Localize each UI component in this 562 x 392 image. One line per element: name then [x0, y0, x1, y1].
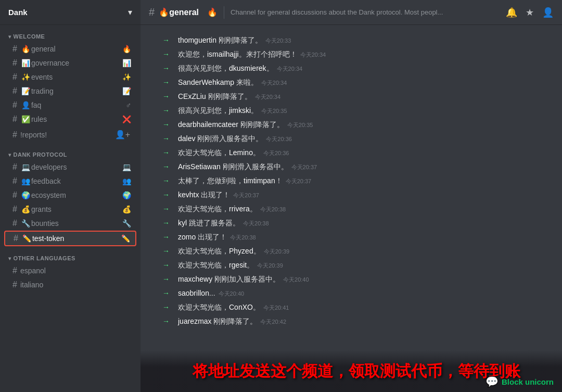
message-content: juarezmax 刚刚降落了。今天20:42	[178, 315, 286, 327]
message-pre-text: 太棒了，您做到啦，	[178, 176, 244, 185]
message-content: 欢迎大驾光临，rrivera。今天20:38	[178, 203, 286, 215]
channel-item-grants[interactable]: #💰grants💰	[4, 203, 136, 216]
message-item: →欢迎大驾光临，ConXO。今天20:41	[140, 300, 562, 314]
hash-icon: #	[14, 234, 18, 243]
message-username[interactable]: rgesit	[229, 261, 247, 269]
message-post-text: 跳进了服务器。	[187, 219, 240, 227]
message-post-text: 。来打个招呼吧！	[239, 50, 297, 58]
channel-item-rules[interactable]: #✅rules❌	[4, 112, 136, 126]
channel-name-label: grants	[31, 205, 121, 213]
join-arrow-icon: →	[149, 34, 170, 46]
message-item: →dearbhailemcateer 刚刚降落了。今天20:35	[140, 118, 562, 132]
channel-item-test-token[interactable]: #✏️test-token✏️	[4, 231, 136, 246]
message-username[interactable]: kyl	[178, 219, 187, 227]
hash-icon: #	[149, 6, 155, 18]
message-username[interactable]: dkusmierek	[229, 64, 266, 72]
message-content: 欢迎大驾光临，ConXO。今天20:41	[178, 301, 289, 313]
message-post-text: 。	[247, 261, 254, 269]
message-username[interactable]: zomo	[178, 233, 196, 241]
message-item: →很高兴见到您，dkusmierek。今天20:34	[140, 61, 562, 75]
message-username[interactable]: thomguertin	[178, 36, 216, 44]
channel-suffix-emoji: ✏️	[121, 234, 130, 243]
channel-item-events[interactable]: #✨events✨	[4, 70, 136, 84]
message-username[interactable]: CExZLiu	[178, 92, 206, 100]
channel-item-italiano[interactable]: #italiano	[4, 278, 136, 292]
channel-name-label: italiano	[20, 281, 132, 289]
message-username[interactable]: ArisSetiawan	[178, 162, 221, 171]
channel-item-general[interactable]: #🔥general🔥	[4, 42, 136, 56]
message-post-text: 。	[251, 106, 258, 115]
channel-item-espanol[interactable]: #espanol	[4, 264, 136, 277]
channel-item-faq[interactable]: #👤faq♂	[4, 98, 136, 112]
message-pre-text: 欢迎大驾光临，	[178, 261, 229, 269]
channel-suffix-emoji: 🌍	[122, 191, 131, 199]
channel-item-trading[interactable]: #📝trading📝	[4, 84, 136, 98]
message-post-text: 。	[266, 64, 274, 72]
message-username[interactable]: kevhtx	[178, 191, 199, 199]
message-username[interactable]: timtimpan	[244, 176, 275, 185]
header-divider	[224, 6, 224, 19]
channel-header: # 🔥 general 🔥 Channel for general discus…	[140, 0, 562, 25]
message-post-text: 刚刚降落了。	[238, 120, 284, 129]
message-username[interactable]: Phyzed	[229, 247, 253, 255]
message-username[interactable]: Lemino	[229, 148, 253, 157]
message-post-text: 刚刚降落了。	[216, 36, 262, 44]
add-user-button[interactable]: 👤+	[113, 129, 132, 141]
message-username[interactable]: ismailhajji	[207, 50, 239, 58]
server-header[interactable]: Dank ▾	[0, 0, 140, 25]
message-username[interactable]: jimkski	[229, 106, 251, 115]
message-username[interactable]: SanderWehkamp	[178, 78, 234, 86]
channel-suffix-emoji: 📊	[122, 59, 131, 67]
channel-topic: Channel for general discussions about th…	[231, 8, 506, 16]
bell-icon[interactable]: 🔔	[506, 7, 517, 18]
message-time: 今天20:34	[261, 80, 287, 86]
join-arrow-icon: →	[149, 273, 170, 285]
channel-item-bounties[interactable]: #🔧bounties🔧	[4, 217, 136, 230]
message-post-text: 。	[253, 247, 261, 255]
message-post-text: 。	[253, 303, 260, 311]
star-icon[interactable]: ★	[526, 7, 534, 18]
message-username[interactable]: dalev	[178, 134, 195, 143]
message-username[interactable]: ConXO	[229, 303, 253, 311]
channel-suffix-emoji: 📝	[122, 87, 131, 95]
message-content: kyl 跳进了服务器。今天20:38	[178, 217, 269, 229]
message-item: →juarezmax 刚刚降落了。今天20:42	[140, 314, 562, 328]
hash-icon: #	[12, 266, 17, 275]
channel-item-governance[interactable]: #📊governance📊	[4, 56, 136, 70]
message-item: →欢迎您，ismailhajji。来打个招呼吧！今天20:34	[140, 47, 562, 61]
message-username[interactable]: maxchewy	[178, 275, 212, 283]
header-icons: 🔔 ★ 👤	[506, 7, 554, 18]
channel-prefix-emoji: 🌍	[21, 191, 30, 199]
message-time: 今天20:35	[261, 108, 287, 114]
message-time: 今天20:38	[230, 234, 256, 241]
hash-icon: #	[12, 162, 17, 172]
channels-list: WELCOME#🔥general🔥#📊governance📊#✨events✨#…	[0, 25, 140, 392]
channel-name-label: espanol	[20, 267, 132, 275]
category-other-languages[interactable]: OTHER LANGUAGES	[0, 247, 140, 263]
channel-item-reports[interactable]: #!reports!👤+	[4, 127, 136, 143]
message-username[interactable]: rrivera	[229, 205, 250, 213]
channel-item-developers[interactable]: #💻developers💻	[4, 160, 136, 174]
message-item: →很高兴见到您，jimkski。今天20:35	[140, 104, 562, 118]
hash-icon: #	[12, 205, 17, 214]
channel-prefix-emoji: 📝	[21, 87, 30, 95]
hash-icon: #	[12, 280, 17, 289]
members-icon[interactable]: 👤	[542, 7, 554, 18]
message-username[interactable]: dearbhailemcateer	[178, 120, 238, 129]
join-arrow-icon: →	[149, 203, 170, 214]
message-item: →dalev 刚刚滑入服务器中。今天20:36	[140, 132, 562, 146]
category-dank-protocol[interactable]: DANK PROTOCOL	[0, 143, 140, 160]
channel-name-label: !reports!	[20, 131, 113, 139]
channel-suffix-emoji: 💰	[122, 205, 131, 213]
channel-prefix-emoji: ✅	[21, 115, 30, 123]
message-pre-text: 欢迎大驾光临，	[178, 205, 229, 213]
category-welcome[interactable]: WELCOME	[0, 25, 140, 42]
channel-item-feedback[interactable]: #👥feedback👥	[4, 174, 136, 188]
message-username[interactable]: juarezmax	[178, 317, 212, 325]
message-username[interactable]: saobrillon	[178, 289, 209, 297]
hash-icon: #	[12, 176, 17, 186]
channel-item-ecosystem[interactable]: #🌍ecosystem🌍	[4, 188, 136, 202]
message-item: →thomguertin 刚刚降落了。今天20:33	[140, 33, 562, 47]
channel-suffix-emoji: 👥	[122, 177, 131, 185]
message-post-text: 刚刚加入服务器中。	[212, 275, 280, 283]
